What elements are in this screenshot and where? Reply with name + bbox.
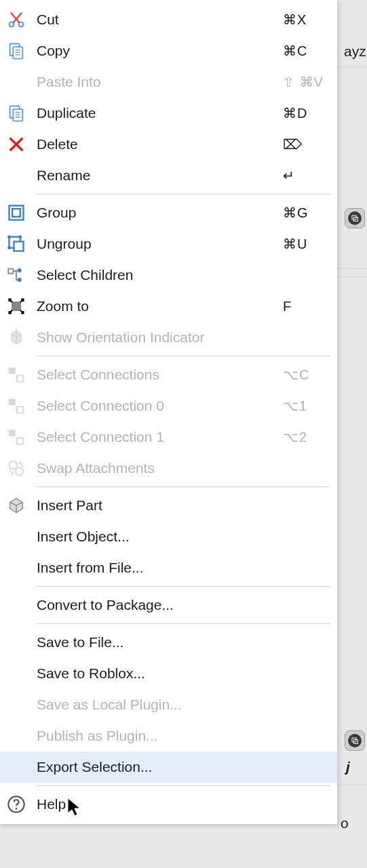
menu-item-delete[interactable]: Delete⌦ [0, 129, 337, 160]
menu-item-shortcut: ⌘U [283, 236, 324, 252]
background-divider [338, 66, 367, 67]
svg-rect-38 [17, 438, 23, 444]
menu-item-shortcut: ⌘D [283, 105, 324, 121]
background-divider [338, 276, 367, 277]
menu-item-label: Show Orientation Indicator [37, 329, 324, 346]
menu-item-shortcut: ⌘C [283, 43, 324, 59]
svg-rect-36 [17, 407, 23, 413]
group-icon [7, 203, 37, 222]
duplicate-squares-icon [348, 211, 362, 225]
menu-item-select-connection-1: Select Connection 1⌥2 [0, 421, 337, 453]
menu-item-paste-into: Paste Into⇧ ⌘V [0, 66, 337, 98]
menu-item-insert-from-file[interactable]: Insert from File... [0, 552, 337, 583]
menu-item-ungroup[interactable]: Ungroup⌘U [0, 228, 337, 260]
menu-item-label: Publish as Plugin... [37, 728, 324, 744]
menu-item-label: Cut [37, 12, 283, 28]
menu-item-label: Zoom to [37, 298, 283, 314]
svg-rect-27 [8, 269, 13, 274]
menu-separator [37, 194, 330, 194]
menu-separator [37, 356, 330, 356]
ungroup-icon [7, 234, 37, 253]
menu-item-publish-as-plugin: Publish as Plugin... [0, 720, 337, 751]
menu-item-label: Help [37, 796, 324, 812]
menu-item-shortcut: ↵ [283, 167, 324, 184]
menu-item-swap-attachments: Swap Attachments [0, 453, 337, 484]
swap-icon [7, 459, 37, 478]
menu-item-label: Paste Into [37, 74, 283, 90]
menu-item-label: Save as Local Plugin... [37, 697, 324, 713]
menu-item-select-connection-0: Select Connection 0⌥1 [0, 390, 337, 421]
menu-item-export-selection[interactable]: Export Selection... [0, 751, 337, 783]
menu-item-duplicate[interactable]: Duplicate⌘D [0, 98, 337, 129]
svg-point-24 [7, 235, 11, 239]
svg-rect-31 [12, 302, 21, 311]
copy-icon [7, 41, 37, 60]
svg-rect-23 [14, 242, 24, 251]
menu-item-select-children[interactable]: Select Children [0, 260, 337, 291]
svg-rect-21 [12, 209, 20, 217]
menu-item-label: Copy [37, 43, 283, 59]
help-icon [7, 795, 37, 814]
background-text: ayz [344, 43, 366, 60]
part-icon [7, 496, 37, 515]
menu-item-save-to-roblox[interactable]: Save to Roblox... [0, 658, 337, 689]
menu-item-label: Select Connections [37, 367, 283, 383]
orientation-icon [7, 328, 37, 347]
menu-separator [37, 586, 330, 587]
svg-point-42 [16, 808, 18, 810]
menu-item-shortcut: ⇧ ⌘V [283, 74, 324, 90]
connection-icon [7, 428, 37, 447]
duplicate-squares-icon [348, 734, 362, 747]
background-divider [338, 785, 367, 785]
menu-item-label: Swap Attachments [37, 460, 324, 476]
svg-point-29 [18, 278, 22, 282]
menu-item-help[interactable]: Help [0, 789, 337, 820]
menu-item-label: Select Connection 0 [37, 398, 283, 414]
menu-item-copy[interactable]: Copy⌘C [0, 35, 337, 66]
menu-item-label: Duplicate [37, 105, 283, 121]
menu-item-rename[interactable]: Rename↵ [0, 160, 337, 191]
menu-item-zoom-to[interactable]: Zoom toF [0, 291, 337, 322]
menu-item-label: Delete [37, 136, 283, 152]
menu-item-save-to-file[interactable]: Save to File... [0, 627, 337, 658]
menu-item-label: Save to Roblox... [37, 665, 324, 682]
menu-item-label: Select Connection 1 [37, 429, 283, 445]
select-children-icon [7, 266, 37, 285]
menu-item-label: Group [37, 205, 283, 221]
menu-item-shortcut: F [283, 299, 324, 314]
zoom-icon [7, 297, 37, 316]
svg-rect-20 [9, 206, 24, 220]
svg-rect-35 [9, 399, 16, 405]
menu-item-cut[interactable]: Cut⌘X [0, 4, 337, 35]
svg-point-40 [16, 468, 24, 476]
background-text: j [346, 759, 350, 775]
menu-item-shortcut: ⌥C [283, 367, 324, 383]
menu-item-label: Rename [37, 167, 283, 184]
context-menu: Cut⌘XCopy⌘CPaste Into⇧ ⌘VDuplicate⌘DDele… [0, 0, 338, 825]
menu-item-shortcut: ⌥2 [283, 429, 324, 445]
connection-icon [7, 396, 37, 415]
svg-point-39 [9, 461, 18, 470]
svg-point-25 [19, 235, 22, 239]
background-text: o [341, 815, 349, 831]
menu-item-show-orientation: Show Orientation Indicator [0, 322, 337, 353]
background-button[interactable] [345, 208, 365, 228]
cut-icon [7, 10, 37, 29]
background-button[interactable] [345, 730, 365, 751]
menu-item-label: Insert Part [37, 497, 324, 514]
menu-item-shortcut: ⌦ [283, 136, 324, 152]
svg-rect-33 [9, 368, 16, 374]
menu-separator [37, 623, 330, 624]
menu-item-insert-object[interactable]: Insert Object... [0, 521, 337, 552]
copy-icon [7, 104, 37, 123]
menu-item-insert-part[interactable]: Insert Part [0, 490, 337, 521]
svg-rect-37 [9, 430, 16, 436]
menu-item-group[interactable]: Group⌘G [0, 197, 337, 228]
menu-item-shortcut: ⌘X [283, 12, 324, 28]
svg-point-28 [18, 268, 22, 272]
menu-separator [37, 487, 330, 487]
menu-item-save-as-local-plugin: Save as Local Plugin... [0, 689, 337, 720]
svg-rect-34 [17, 375, 23, 381]
menu-item-convert-to-package[interactable]: Convert to Package... [0, 590, 337, 621]
menu-separator [37, 785, 330, 786]
